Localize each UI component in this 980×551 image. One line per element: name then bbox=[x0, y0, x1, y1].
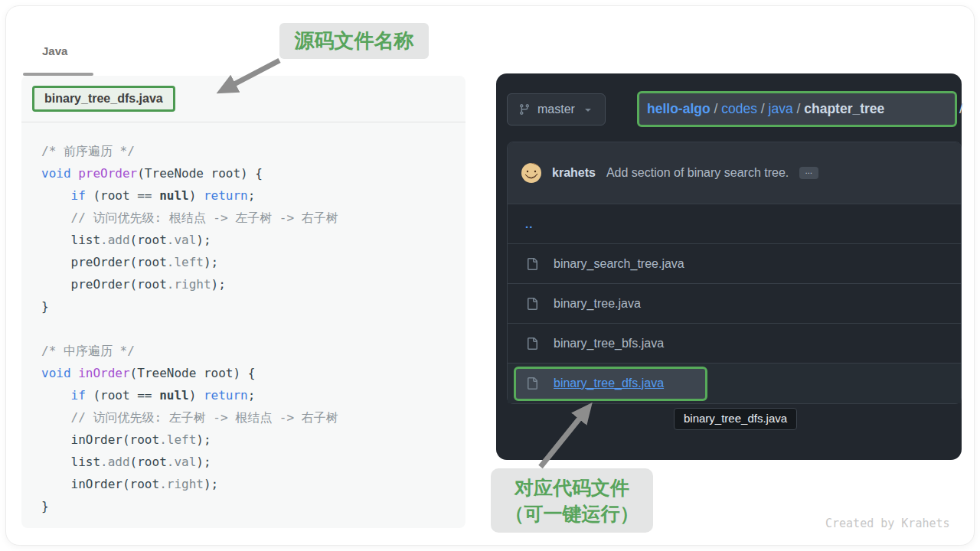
file-link[interactable]: binary_tree_bfs.java bbox=[554, 337, 664, 350]
code-line: /* 前序遍历 */ bbox=[41, 140, 458, 162]
file-link[interactable]: binary_tree_dfs.java bbox=[554, 377, 664, 390]
file-list-card: krahets Add section of binary search tre… bbox=[507, 142, 962, 404]
latest-commit-row: krahets Add section of binary search tre… bbox=[508, 142, 961, 204]
code-panel: binary_tree_dfs.java /* 前序遍历 */void preO… bbox=[21, 76, 466, 528]
code-line: /* 中序遍历 */ bbox=[41, 340, 458, 362]
file-link[interactable]: binary_search_tree.java bbox=[554, 257, 684, 271]
file-row-highlighted[interactable]: binary_tree_dfs.java bbox=[508, 364, 961, 403]
breadcrumb-segment: / bbox=[757, 101, 769, 117]
branch-name: master bbox=[537, 103, 575, 116]
code-line: } bbox=[41, 295, 458, 318]
footer-credit: Created by Krahets bbox=[825, 517, 950, 530]
code-line: list.add(root.val); bbox=[41, 229, 458, 251]
code-line: if (root == null) return; bbox=[41, 384, 458, 406]
code-line bbox=[41, 318, 458, 340]
file-list: ..binary_search_tree.javabinary_tree.jav… bbox=[508, 204, 961, 403]
breadcrumb-segment[interactable]: hello-algo bbox=[647, 101, 710, 117]
file-row[interactable]: binary_search_tree.java bbox=[508, 244, 961, 284]
code-block: /* 前序遍历 */void preOrder(TreeNode root) {… bbox=[21, 122, 466, 517]
code-line: } bbox=[41, 495, 458, 517]
breadcrumb-segment[interactable]: java bbox=[769, 101, 793, 117]
commit-author-link[interactable]: krahets bbox=[552, 166, 596, 180]
code-filename-strip: binary_tree_dfs.java bbox=[21, 76, 466, 122]
annotation-source-filename-label: 源码文件名称 bbox=[279, 23, 429, 59]
annotation-code-file-line1: 对应代码文件 bbox=[491, 474, 653, 500]
file-row-parent[interactable]: .. bbox=[508, 204, 961, 244]
commit-message[interactable]: Add section of binary search tree. bbox=[606, 166, 789, 180]
annotation-code-file-line2: （可一键运行） bbox=[491, 500, 653, 527]
breadcrumb-trailing-slash: / bbox=[959, 101, 963, 117]
code-line: inOrder(root.left); bbox=[41, 429, 458, 451]
code-line: void preOrder(TreeNode root) { bbox=[41, 162, 458, 184]
breadcrumb[interactable]: hello-algo / codes / java / chapter_tree bbox=[637, 91, 957, 127]
breadcrumb-segment: / bbox=[793, 101, 805, 117]
code-line: if (root == null) return; bbox=[41, 184, 458, 207]
code-line: // 访问优先级: 左子树 -> 根结点 -> 右子树 bbox=[41, 406, 458, 429]
commit-more-button[interactable]: … bbox=[799, 167, 818, 179]
chevron-down-icon bbox=[582, 103, 594, 116]
branch-selector-button[interactable]: master bbox=[507, 93, 606, 126]
file-icon bbox=[526, 377, 538, 390]
git-branch-icon bbox=[518, 103, 531, 116]
code-line: list.add(root.val); bbox=[41, 451, 458, 473]
screenshot-canvas: Java binary_tree_dfs.java /* 前序遍历 */void… bbox=[0, 0, 980, 551]
file-icon bbox=[526, 298, 538, 310]
annotation-code-file-label: 对应代码文件 （可一键运行） bbox=[491, 468, 653, 533]
highlight-box[interactable]: binary_tree_dfs.java bbox=[514, 367, 707, 401]
file-tooltip: binary_tree_dfs.java bbox=[674, 408, 797, 430]
file-row[interactable]: binary_tree.java bbox=[508, 284, 961, 324]
parent-directory-link[interactable]: .. bbox=[525, 217, 533, 230]
code-line: void inOrder(TreeNode root) { bbox=[41, 362, 458, 384]
breadcrumb-segment[interactable]: chapter_tree bbox=[804, 101, 884, 117]
file-icon bbox=[526, 337, 538, 350]
avatar[interactable] bbox=[521, 163, 541, 183]
code-line: preOrder(root.right); bbox=[41, 273, 458, 295]
code-line: inOrder(root.right); bbox=[41, 473, 458, 495]
file-icon bbox=[526, 258, 538, 270]
file-row[interactable]: binary_tree_bfs.java bbox=[508, 324, 961, 364]
breadcrumb-segment: / bbox=[710, 101, 722, 117]
github-file-browser: master hello-algo / codes / java / chapt… bbox=[496, 73, 962, 460]
code-filename-badge: binary_tree_dfs.java bbox=[32, 86, 175, 112]
breadcrumb-segment[interactable]: codes bbox=[721, 101, 757, 117]
code-line: preOrder(root.left); bbox=[41, 251, 458, 273]
file-link[interactable]: binary_tree.java bbox=[554, 297, 641, 311]
code-line: // 访问优先级: 根结点 -> 左子树 -> 右子树 bbox=[41, 207, 458, 229]
tab-java[interactable]: Java bbox=[42, 44, 67, 57]
